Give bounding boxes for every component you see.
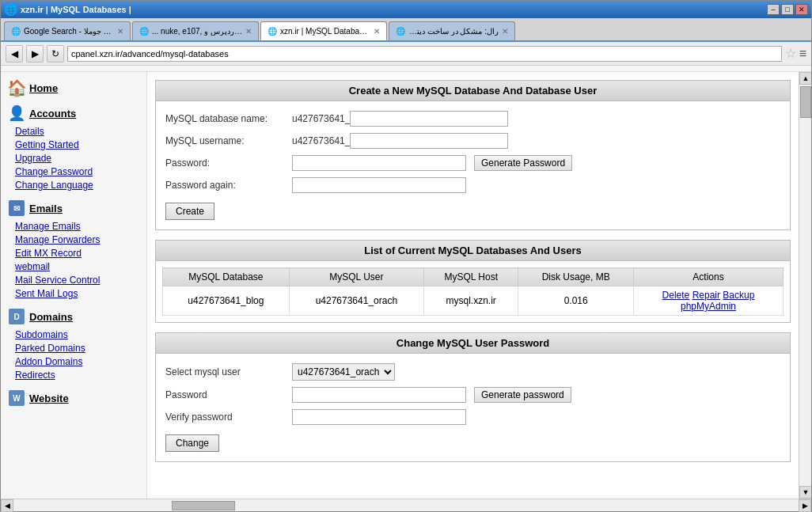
tab-3-close[interactable]: ✕	[374, 27, 380, 36]
db-name-label: MySQL database name:	[165, 113, 292, 124]
sidebar-emails-title[interactable]: Emails	[29, 203, 63, 214]
maximize-button[interactable]: □	[781, 4, 794, 15]
tab-3[interactable]: 🌐 xzn.ir | MySQL Databases | ✕	[260, 21, 387, 40]
sidebar-link-webmail[interactable]: webmail	[15, 261, 138, 272]
phpmyadmin-link[interactable]: phpMyAdmin	[681, 301, 736, 312]
home-icon: 🏠	[9, 80, 25, 96]
scroll-left-button[interactable]: ◀	[1, 499, 13, 512]
sidebar-website-title[interactable]: Website	[29, 393, 69, 404]
db-name-row: MySQL database name: u427673641_	[165, 111, 780, 127]
cell-db: u427673641_blog	[163, 286, 290, 316]
verify-password-label: Verify password	[165, 411, 292, 423]
sidebar-website-section: W Website	[9, 390, 138, 406]
table-row: u427673641_blog u427673641_orach mysql.x…	[163, 286, 784, 316]
sidebar-domains-title[interactable]: Domains	[29, 311, 73, 323]
db-name-input[interactable]	[350, 111, 508, 127]
tab-1-icon: 🌐	[11, 27, 21, 36]
sidebar-accounts-section: 👤 Accounts Details Getting Started Upgra…	[9, 105, 138, 191]
sidebar-link-getting-started[interactable]: Getting Started	[15, 139, 138, 150]
tab-4-close[interactable]: ✕	[502, 27, 508, 36]
reload-button[interactable]: ↻	[47, 45, 64, 63]
bookmark-bar	[1, 66, 811, 72]
repair-link[interactable]: Repair	[692, 290, 720, 301]
col-user: MySQL User	[289, 268, 423, 286]
close-button[interactable]: ✕	[795, 4, 808, 15]
back-button[interactable]: ◀	[6, 45, 23, 63]
sidebar-link-sent-mail-logs[interactable]: Sent Mail Logs	[15, 288, 138, 299]
forward-button[interactable]: ▶	[26, 45, 44, 63]
minimize-button[interactable]: –	[767, 4, 780, 15]
create-panel-body: MySQL database name: u427673641_ MySQL u…	[156, 101, 790, 229]
sidebar-website-header: W Website	[9, 390, 138, 406]
backup-link[interactable]: Backup	[723, 290, 754, 301]
tab-1[interactable]: 🌐 Google Search - نصب جوملا... ✕	[4, 21, 131, 40]
change-button[interactable]: Change	[165, 434, 219, 452]
generate-password-button[interactable]: Generate Password	[474, 155, 572, 171]
scroll-up-button[interactable]: ▲	[799, 72, 811, 85]
password-again-label: Password again:	[165, 180, 292, 191]
username-prefix: u427673641_	[292, 135, 350, 146]
sidebar-link-manage-emails[interactable]: Manage Emails	[15, 221, 138, 232]
scroll-right-button[interactable]: ▶	[799, 499, 811, 512]
select-user-dropdown[interactable]: u427673641_orach	[292, 363, 395, 381]
sidebar-link-mail-service-control[interactable]: Mail Service Control	[15, 275, 138, 286]
cell-disk: 0.016	[518, 286, 634, 316]
tab-1-label: Google Search - نصب جوملا...	[24, 27, 114, 36]
generate-password-btn[interactable]: Generate password	[474, 387, 571, 403]
scroll-down-button[interactable]: ▼	[799, 486, 811, 499]
change-btn-row: Change	[165, 431, 780, 452]
scroll-track	[799, 85, 811, 486]
sidebar-link-addon-domains[interactable]: Addon Domains	[15, 356, 138, 367]
delete-link[interactable]: Delete	[662, 290, 690, 301]
col-host: MySQL Host	[423, 268, 518, 286]
sidebar-link-change-language[interactable]: Change Language	[15, 180, 138, 191]
tab-2-close[interactable]: ✕	[245, 27, 252, 36]
sidebar-home-header: 🏠 Home	[9, 80, 138, 96]
sidebar-domains-header: D Domains	[9, 309, 138, 324]
sidebar-link-manage-forwarders[interactable]: Manage Forwarders	[15, 234, 138, 245]
sidebar-link-change-password[interactable]: Change Password	[15, 166, 138, 177]
tab-2-icon: 🌐	[139, 27, 149, 36]
sidebar-link-details[interactable]: Details	[15, 126, 138, 137]
vertical-scrollbar: ▲ ▼	[799, 72, 811, 499]
scroll-thumb[interactable]	[800, 86, 811, 118]
change-password-input[interactable]	[292, 387, 466, 403]
username-input[interactable]	[350, 133, 508, 149]
username-input-group: u427673641_	[292, 133, 508, 149]
sidebar-accounts-title[interactable]: Accounts	[29, 108, 76, 119]
password-input[interactable]	[292, 155, 466, 171]
horizontal-scroll-thumb[interactable]	[172, 501, 235, 510]
cell-host: mysql.xzn.ir	[423, 286, 518, 316]
password-again-row: Password again:	[165, 177, 780, 193]
username-label: MySQL username:	[165, 135, 292, 146]
tab-2[interactable]: 🌐 ... nuke, e107, جلا، وردپرس و ✕	[132, 21, 259, 40]
title-bar: 🌐 xzn.ir | MySQL Databases | – □ ✕	[1, 1, 811, 18]
horizontal-scroll-track	[13, 500, 799, 511]
password-row: Password: Generate Password	[165, 155, 780, 171]
domains-icon: D	[9, 309, 25, 324]
sidebar-link-redirects[interactable]: Redirects	[15, 370, 138, 381]
table-head: MySQL Database MySQL User MySQL Host Dis…	[163, 268, 784, 286]
tab-3-label: xzn.ir | MySQL Databases |	[280, 27, 370, 36]
nav-bar: ◀ ▶ ↻ ☆ ≡	[1, 42, 811, 66]
tab-2-label: ... nuke, e107, جلا، وردپرس و	[152, 27, 242, 36]
menu-button[interactable]: ≡	[799, 47, 806, 61]
databases-table: MySQL Database MySQL User MySQL Host Dis…	[162, 267, 784, 316]
bookmark-star[interactable]: ☆	[785, 46, 796, 61]
col-actions: Actions	[633, 268, 783, 286]
sidebar-link-subdomains[interactable]: Subdomains	[15, 329, 138, 340]
tab-4[interactable]: 🌐 رال: مشکل در ساخت دیتابیس ✕	[389, 21, 515, 40]
verify-password-input[interactable]	[292, 409, 466, 425]
sidebar-link-parked-domains[interactable]: Parked Domains	[15, 343, 138, 354]
password-again-input[interactable]	[292, 177, 466, 193]
verify-password-row: Verify password	[165, 409, 780, 425]
sidebar-home-link[interactable]: Home	[29, 82, 58, 94]
sidebar-link-upgrade[interactable]: Upgrade	[15, 153, 138, 164]
create-button[interactable]: Create	[165, 203, 214, 220]
tab-1-close[interactable]: ✕	[117, 27, 123, 36]
address-bar[interactable]	[67, 46, 782, 62]
sidebar-link-edit-mx-record[interactable]: Edit MX Record	[15, 248, 138, 259]
tab-4-label: رال: مشکل در ساخت دیتابیس	[408, 27, 499, 36]
table-header-row: MySQL Database MySQL User MySQL Host Dis…	[163, 268, 784, 286]
change-password-header: Change MySQL User Password	[156, 333, 790, 354]
